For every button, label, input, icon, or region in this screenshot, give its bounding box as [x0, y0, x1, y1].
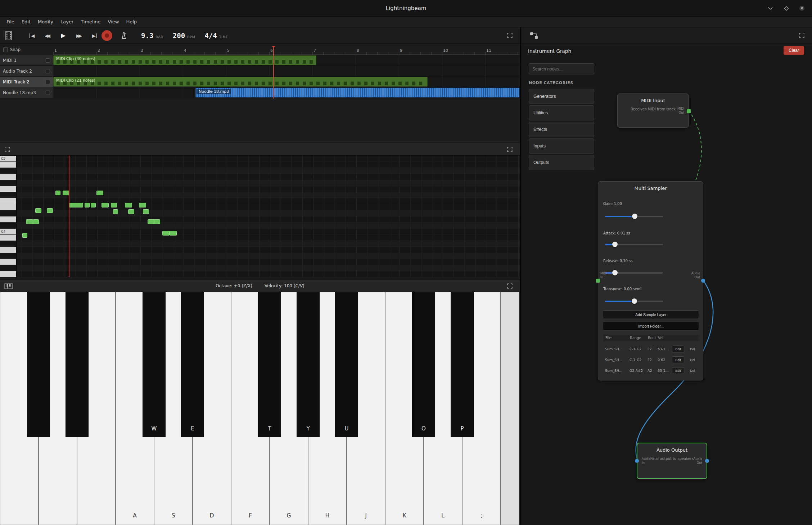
midi-note[interactable]: [33, 219, 39, 224]
timeline-ruler[interactable]: 1234567891011: [53, 45, 519, 55]
rewind-button[interactable]: ◀◀: [42, 30, 53, 41]
node-multi-sampler[interactable]: Multi Sampler MIDIIn AudioOut Add Sample…: [598, 181, 703, 380]
slider-handle[interactable]: [612, 270, 618, 275]
menu-item-timeline[interactable]: Timeline: [77, 18, 104, 26]
roll-key[interactable]: [0, 204, 16, 210]
midi-note[interactable]: [170, 231, 177, 236]
roll-key[interactable]: [0, 210, 16, 216]
slider-handle[interactable]: [632, 298, 637, 304]
menu-item-edit[interactable]: Edit: [18, 18, 34, 26]
track-checkbox[interactable]: [46, 69, 50, 73]
add-sample-layer-button[interactable]: Add Sample Layer: [603, 310, 699, 319]
roll-key[interactable]: [0, 198, 16, 204]
piano-roll-grid[interactable]: [0, 156, 520, 277]
midi-note[interactable]: [69, 203, 83, 207]
roll-key[interactable]: [0, 186, 16, 192]
black-key[interactable]: P: [451, 292, 474, 437]
minimize-icon[interactable]: [767, 5, 774, 12]
midi-note[interactable]: [125, 203, 132, 207]
white-key-partial[interactable]: [501, 292, 519, 525]
fit-view-icon[interactable]: [4, 146, 10, 152]
track-header[interactable]: MIDI Track 2: [0, 77, 53, 87]
midi-note[interactable]: [128, 209, 134, 214]
record-button[interactable]: [102, 30, 112, 41]
track-checkbox[interactable]: [46, 91, 50, 95]
delete-button[interactable]: Del: [687, 356, 698, 363]
track-lane[interactable]: MIDI Clip (21 notes): [53, 77, 520, 87]
track-header[interactable]: MIDI 1: [0, 55, 53, 65]
roll-key[interactable]: [0, 259, 16, 265]
snap-toggle[interactable]: Snap: [3, 47, 21, 52]
search-input[interactable]: [529, 63, 594, 74]
slider-handle[interactable]: [632, 214, 637, 219]
bpm-display[interactable]: 200 BPM: [173, 32, 195, 40]
fast-forward-button[interactable]: ▶▶: [73, 30, 85, 41]
midi-clip[interactable]: MIDI Clip (21 notes): [53, 77, 428, 87]
maximize-icon[interactable]: [782, 5, 790, 12]
track-header[interactable]: Audio Track 2: [0, 66, 53, 76]
audio-clip[interactable]: Noodle 18.mp3: [195, 88, 519, 97]
roll-key[interactable]: [0, 216, 16, 223]
black-key[interactable]: [66, 292, 89, 437]
clear-button[interactable]: Clear: [784, 46, 804, 55]
track-checkbox[interactable]: [46, 80, 50, 84]
expand-icon[interactable]: [507, 146, 513, 152]
midi-note[interactable]: [143, 209, 149, 214]
roll-key[interactable]: [0, 265, 16, 271]
midi-note[interactable]: [22, 233, 27, 238]
track-lane[interactable]: MIDI Clip (40 notes): [53, 55, 520, 65]
midi-clip[interactable]: MIDI Clip (40 notes): [53, 55, 316, 65]
roll-key[interactable]: [0, 253, 16, 259]
track-checkbox[interactable]: [46, 58, 50, 63]
black-key[interactable]: Y: [297, 292, 320, 437]
black-key[interactable]: T: [258, 292, 281, 437]
roll-key[interactable]: [0, 162, 16, 168]
category-utilities[interactable]: Utilities: [529, 105, 594, 120]
menu-item-file[interactable]: File: [3, 18, 18, 26]
close-icon[interactable]: [798, 5, 806, 12]
track-lane[interactable]: Noodle 18.mp3: [53, 87, 520, 98]
import-folder-button[interactable]: Import Folder...: [603, 322, 699, 330]
roll-key[interactable]: [0, 241, 16, 247]
midi-out-port[interactable]: [687, 109, 691, 113]
slider-track[interactable]: [605, 216, 663, 217]
timeline-playhead[interactable]: [273, 46, 274, 99]
black-key[interactable]: [27, 292, 50, 437]
edit-button[interactable]: Edit: [672, 367, 684, 374]
midi-note[interactable]: [148, 219, 155, 224]
audio-out-port[interactable]: [705, 459, 709, 463]
midi-note[interactable]: [26, 219, 33, 224]
midi-note[interactable]: [85, 203, 90, 207]
edit-button[interactable]: Edit: [672, 356, 684, 363]
time-signature-display[interactable]: 4/4 TIME: [204, 32, 228, 40]
delete-button[interactable]: Del: [687, 346, 698, 352]
midi-note[interactable]: [102, 203, 109, 207]
expand-icon[interactable]: [507, 32, 513, 38]
midi-in-port[interactable]: [596, 279, 600, 283]
node-midi-input[interactable]: MIDI Input Receives MIDI from track MIDI…: [617, 93, 689, 128]
roll-key[interactable]: [0, 174, 16, 180]
menu-item-layer[interactable]: Layer: [57, 18, 77, 26]
menu-item-view[interactable]: View: [104, 18, 123, 26]
expand-icon[interactable]: [507, 283, 513, 289]
audio-out-port[interactable]: [701, 279, 705, 283]
midi-note[interactable]: [47, 208, 53, 213]
roll-key[interactable]: [0, 247, 16, 253]
roll-key[interactable]: [0, 168, 16, 174]
midi-note[interactable]: [113, 209, 118, 214]
midi-note[interactable]: [139, 203, 146, 207]
expand-icon[interactable]: [799, 32, 805, 38]
roll-key[interactable]: [0, 223, 16, 229]
menu-item-modify[interactable]: Modify: [34, 18, 57, 26]
roll-key[interactable]: [0, 180, 16, 186]
category-effects[interactable]: Effects: [529, 122, 594, 137]
menu-item-help[interactable]: Help: [122, 18, 140, 26]
skip-to-start-button[interactable]: ◀: [26, 30, 37, 41]
midi-note[interactable]: [96, 191, 103, 195]
metronome-icon[interactable]: [120, 31, 127, 41]
midi-note[interactable]: [111, 203, 117, 207]
node-audio-output[interactable]: Audio Output Final output to speakers Au…: [637, 443, 707, 479]
bar-display[interactable]: 9.3 BAR: [141, 32, 163, 40]
midi-note[interactable]: [35, 208, 41, 213]
slider-track[interactable]: [605, 244, 663, 245]
